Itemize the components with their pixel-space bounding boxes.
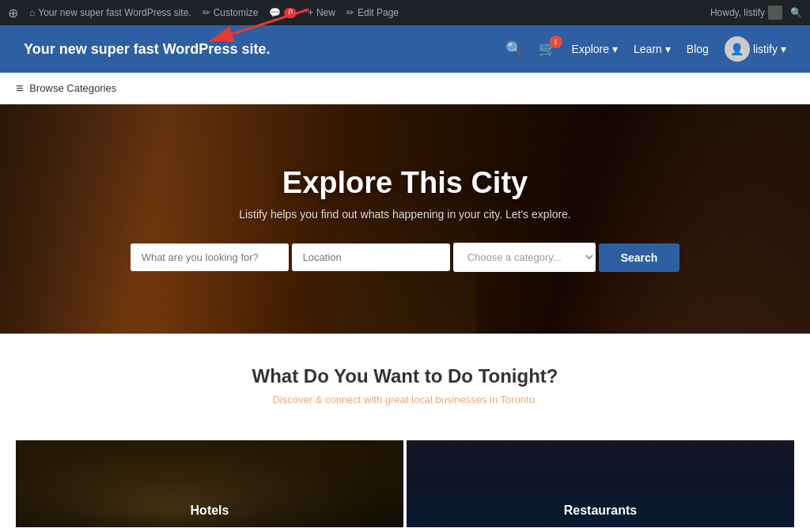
main-navigation: Your new super fast WordPress site. 🔍 🛒 … [0,25,810,73]
comments-count: 0 [284,8,297,18]
comments-link[interactable]: 💬 0 [269,7,297,18]
hero-title: Explore This City [131,166,680,200]
tonight-section: What Do You Want to Do Tonight? Discover… [0,334,810,440]
search-keyword-input[interactable] [131,243,289,271]
user-avatar: 👤 [725,36,750,62]
search-button-label: Search [621,251,658,264]
hero-section: Explore This City Listify helps you find… [0,104,810,334]
sub-navigation: ≡ Browse Categories [0,73,810,104]
blog-link[interactable]: Blog [687,43,709,55]
customize-label: Customize [214,7,259,18]
cart-badge: 1 [550,36,562,48]
explore-menu[interactable]: Explore ▾ [572,43,618,55]
restaurants-card-label: Restaurants [564,504,637,518]
site-title-text: Your new super fast WordPress site. [38,7,191,18]
edit-page-label: Edit Page [358,7,399,18]
new-link[interactable]: + New [308,7,335,18]
category-cards-row: Hotels Restaurants [0,440,810,527]
admin-search-button[interactable]: 🔍 [790,7,802,18]
learn-label: Learn [634,43,662,55]
howdy-text: Howdy, listify [710,7,765,18]
hero-subtitle: Listify helps you find out whats happeni… [131,208,680,221]
nav-search-button[interactable]: 🔍 [505,40,523,58]
section-subtitle: Discover & connect with great local busi… [16,394,794,406]
user-chevron-icon: ▾ [781,43,786,55]
howdy-user[interactable]: Howdy, listify [710,6,782,20]
section-title: What Do You Want to Do Tonight? [16,365,794,387]
explore-label: Explore [572,43,609,55]
edit-page-link[interactable]: ✏ Edit Page [346,7,399,18]
admin-bar: ⊕ ⌂ Your new super fast WordPress site. … [0,0,810,25]
edit-icon: ✏ [346,7,354,18]
hero-search-form: Choose a category... Search [131,243,680,272]
search-icon: 🔍 [790,7,802,18]
comment-icon: 💬 [269,7,281,18]
explore-chevron-icon: ▾ [612,43,618,55]
nav-logo-text: Your new super fast WordPress site. [24,41,270,57]
hotels-card[interactable]: Hotels [16,440,403,527]
browse-categories-button[interactable]: ≡ Browse Categories [16,81,116,96]
pencil-icon: ✏ [202,7,210,18]
browse-categories-label: Browse Categories [29,82,116,94]
nav-cart-button[interactable]: 🛒 1 [539,40,556,58]
user-menu[interactable]: 👤 listify ▾ [725,36,786,62]
site-name-link[interactable]: ⌂ Your new super fast WordPress site. [29,7,191,18]
hotels-card-label: Hotels [191,504,229,518]
site-home-icon: ⌂ [29,7,35,18]
plus-icon: + [308,7,313,18]
user-label: listify [753,43,778,55]
wp-logo-icon: ⊕ [8,6,18,21]
hero-content: Explore This City Listify helps you find… [115,166,696,272]
search-button[interactable]: Search [599,243,680,272]
search-location-input[interactable] [292,243,450,271]
nav-logo[interactable]: Your new super fast WordPress site. [24,41,505,58]
admin-avatar [768,6,782,20]
search-category-select[interactable]: Choose a category... [453,243,596,272]
blog-label: Blog [687,43,709,55]
wp-logo-button[interactable]: ⊕ [8,6,18,21]
learn-chevron-icon: ▾ [665,43,671,55]
hamburger-icon: ≡ [16,81,23,96]
customize-link[interactable]: ✏ Customize [202,7,259,18]
restaurants-card[interactable]: Restaurants [407,440,794,527]
new-label: New [316,7,335,18]
learn-menu[interactable]: Learn ▾ [634,43,671,55]
